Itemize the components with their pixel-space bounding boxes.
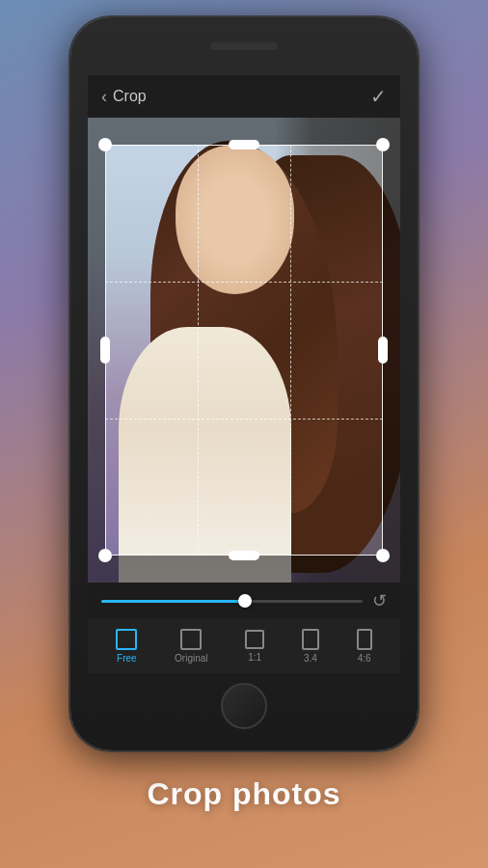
aspect-1-1[interactable]: 1:1 bbox=[245, 630, 264, 663]
grid-line-h2 bbox=[105, 419, 383, 420]
top-bar-left: ‹ Crop bbox=[101, 87, 147, 107]
handle-corner-tl[interactable] bbox=[98, 138, 112, 151]
phone-speaker bbox=[210, 42, 278, 50]
aspect-34-icon bbox=[302, 629, 319, 650]
aspect-original-label: Original bbox=[175, 653, 207, 664]
phone-container: ‹ Crop ✓ bbox=[70, 17, 418, 750]
handle-corner-tr[interactable] bbox=[376, 138, 390, 151]
phone-home-button[interactable] bbox=[221, 683, 267, 729]
crop-grid bbox=[105, 145, 383, 556]
handle-corner-br[interactable] bbox=[376, 549, 390, 562]
slider-area: ↺ bbox=[88, 583, 400, 619]
confirm-button[interactable]: ✓ bbox=[370, 85, 387, 108]
bottom-text-area: Crop photos bbox=[147, 750, 340, 837]
handle-corner-bl[interactable] bbox=[98, 549, 112, 562]
aspect-free[interactable]: Free bbox=[116, 629, 137, 664]
aspect-46-icon bbox=[357, 629, 372, 650]
phone-screen: ‹ Crop ✓ bbox=[88, 75, 400, 673]
top-bar: ‹ Crop ✓ bbox=[88, 75, 400, 118]
grid-line-h1 bbox=[105, 282, 383, 283]
aspect-3-4[interactable]: 3.4 bbox=[302, 629, 319, 664]
aspect-square-icon bbox=[245, 630, 264, 649]
screen-content: ‹ Crop ✓ bbox=[88, 75, 400, 673]
handle-edge-left[interactable] bbox=[100, 337, 110, 364]
rotation-slider[interactable] bbox=[101, 600, 363, 603]
aspect-square-label: 1:1 bbox=[248, 652, 261, 663]
slider-fill bbox=[101, 600, 245, 603]
handle-edge-top[interactable] bbox=[229, 140, 259, 149]
phone-body: ‹ Crop ✓ bbox=[70, 17, 418, 750]
crop-photos-label: Crop photos bbox=[147, 776, 340, 812]
aspect-4-6[interactable]: 4:6 bbox=[357, 629, 372, 664]
back-button[interactable]: ‹ bbox=[101, 87, 107, 107]
image-area bbox=[88, 118, 400, 583]
aspect-toolbar: Free Original 1:1 3.4 bbox=[88, 619, 400, 673]
grid-line-v1 bbox=[198, 145, 199, 556]
aspect-free-label: Free bbox=[117, 653, 137, 664]
slider-thumb[interactable] bbox=[238, 594, 252, 608]
aspect-46-label: 4:6 bbox=[358, 653, 371, 664]
crop-overlay[interactable] bbox=[105, 145, 383, 556]
handle-edge-bottom[interactable] bbox=[229, 551, 259, 560]
grid-line-v2 bbox=[290, 145, 291, 556]
reset-button[interactable]: ↺ bbox=[372, 590, 387, 611]
handle-edge-right[interactable] bbox=[378, 337, 388, 364]
aspect-original[interactable]: Original bbox=[175, 629, 207, 664]
aspect-free-icon bbox=[116, 629, 137, 650]
page-title: Crop bbox=[113, 88, 147, 105]
aspect-34-label: 3.4 bbox=[304, 653, 317, 664]
aspect-original-icon bbox=[180, 629, 202, 650]
